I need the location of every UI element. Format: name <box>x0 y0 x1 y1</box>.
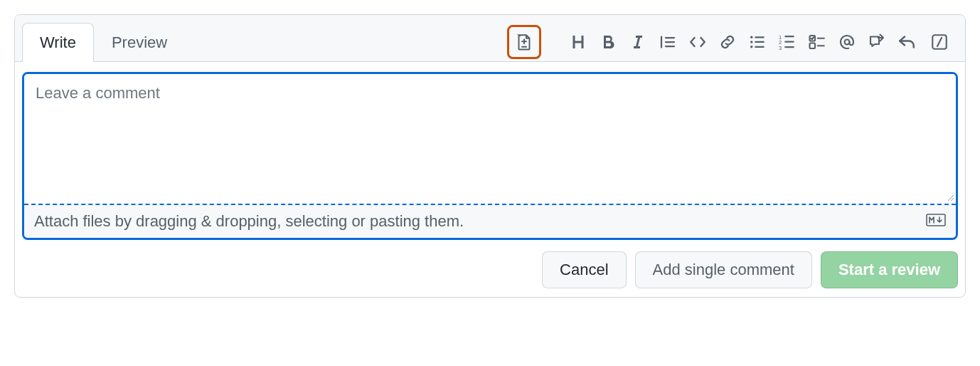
svg-rect-13 <box>810 43 816 48</box>
file-diff-icon <box>516 33 533 51</box>
start-review-button[interactable]: Start a review <box>821 251 958 288</box>
svg-text:3: 3 <box>779 44 782 51</box>
svg-rect-10 <box>784 41 794 42</box>
slash-commands-button[interactable] <box>925 28 954 56</box>
code-button[interactable] <box>683 28 712 56</box>
list-ul-icon <box>749 33 766 51</box>
svg-rect-9 <box>784 36 794 37</box>
cancel-button[interactable]: Cancel <box>542 251 626 288</box>
reply-button[interactable] <box>893 28 921 56</box>
list-ol-icon: 1 2 3 <box>779 33 796 51</box>
link-icon <box>719 33 736 51</box>
heading-icon <box>570 33 587 51</box>
svg-rect-5 <box>755 46 765 47</box>
quote-button[interactable] <box>654 28 682 56</box>
slash-icon <box>931 33 948 51</box>
ordered-list-button[interactable]: 1 2 3 <box>773 28 801 56</box>
cross-reference-icon <box>868 33 885 51</box>
tabs-toolbar-row: Write Preview <box>15 15 965 62</box>
action-buttons-row: Cancel Add single comment Start a review <box>22 251 958 288</box>
unordered-list-button[interactable] <box>743 28 772 56</box>
link-button[interactable] <box>713 28 742 56</box>
comment-box: Write Preview <box>14 14 966 298</box>
markdown-supported-icon[interactable] <box>926 213 946 230</box>
comment-textarea[interactable] <box>24 74 956 201</box>
italic-icon <box>629 33 646 51</box>
attach-files-row[interactable]: Attach files by dragging & dropping, sel… <box>24 204 956 238</box>
reply-icon <box>898 33 915 51</box>
tab-write[interactable]: Write <box>22 23 94 62</box>
tasklist-icon <box>809 33 826 51</box>
attach-hint-text: Attach files by dragging & dropping, sel… <box>34 212 464 231</box>
svg-point-1 <box>750 41 753 43</box>
at-icon <box>838 33 856 51</box>
quote-icon <box>659 33 676 51</box>
bold-button[interactable] <box>594 28 622 56</box>
bold-icon <box>600 33 617 51</box>
mention-button[interactable] <box>833 28 861 56</box>
svg-point-0 <box>750 36 753 38</box>
italic-button[interactable] <box>624 28 652 56</box>
code-icon <box>689 33 706 51</box>
formatting-toolbar: 1 2 3 <box>507 25 958 59</box>
svg-rect-3 <box>755 36 765 38</box>
tab-preview[interactable]: Preview <box>94 23 185 62</box>
task-list-button[interactable] <box>803 28 831 56</box>
add-single-comment-button[interactable]: Add single comment <box>635 251 812 288</box>
comment-field-wrap: Attach files by dragging & dropping, sel… <box>22 72 958 240</box>
suggestion-diff-button[interactable] <box>507 25 541 59</box>
svg-rect-11 <box>784 46 794 48</box>
cross-reference-button[interactable] <box>863 28 891 56</box>
svg-point-2 <box>750 45 753 48</box>
heading-button[interactable] <box>564 28 592 56</box>
svg-rect-4 <box>755 41 765 42</box>
